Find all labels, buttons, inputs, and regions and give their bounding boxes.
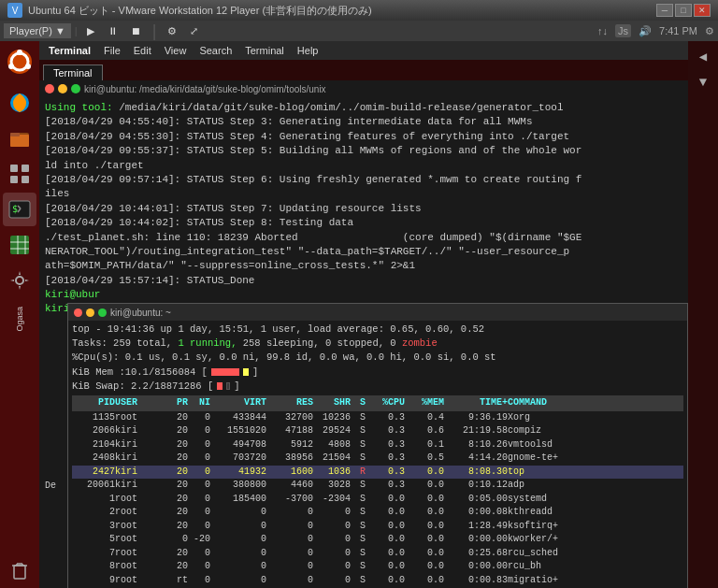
svg-point-3 xyxy=(25,64,31,69)
term-line: [2018/04/29 04:55:30]: STATUS Step 4: Ge… xyxy=(45,130,682,144)
term-line: ./test_planet.sh: line 110: 18239 Aborte… xyxy=(45,231,682,245)
top-header-line: top - 19:41:36 up 1 day, 15:51, 1 user, … xyxy=(72,323,683,337)
settings-icon[interactable]: ⚙ xyxy=(705,25,714,37)
ubuntu-logo[interactable] xyxy=(3,45,36,79)
fullscreen-btn[interactable]: ⤢ xyxy=(184,23,204,39)
term-line: iles xyxy=(45,187,682,201)
svg-rect-8 xyxy=(10,133,20,136)
sidebar: $ Ogasa xyxy=(0,41,39,588)
process-table-body: 1135root2004338443270010236S0.30.49:36.1… xyxy=(72,411,683,588)
process-row: 7root200000S0.00.00:25.68rcu_sched xyxy=(72,547,683,561)
process-row: 8root200000S0.00.00:00.00rcu_bh xyxy=(72,560,683,574)
main-layout: $ Ogasa xyxy=(0,41,718,588)
svg-point-4 xyxy=(8,64,14,69)
term-line: [2018/04/29 04:55:40]: STATUS Step 3: Ge… xyxy=(45,115,682,129)
vmware-icon: V xyxy=(7,3,22,18)
de-label: De xyxy=(45,480,56,491)
path-bar: kiri@ubuntu: /media/kiri/data/git/suke-b… xyxy=(39,80,688,97)
svg-text:$: $ xyxy=(12,204,18,214)
top-command-content: top - 19:41:36 up 1 day, 15:51, 1 user, … xyxy=(68,321,687,588)
process-row: 2427kiri2004193216001036R0.30.08:08.30to… xyxy=(72,466,683,480)
term-line: [2018/04/29 09:55:37]: STATUS Step 5: Bu… xyxy=(45,144,682,158)
window-title: Ubuntu 64 ビット - VMware Workstation 12 Pl… xyxy=(28,4,656,18)
svg-point-22 xyxy=(16,277,23,284)
terminal-menu-edit[interactable]: Edit xyxy=(128,43,157,58)
terminal-menu-file[interactable]: File xyxy=(98,43,126,58)
svg-rect-9 xyxy=(10,165,18,172)
process-row: 9rootrt0000S0.00.00:00.83migratio+ xyxy=(72,574,683,588)
process-row: 1root200185400-3700-2304S0.00.00:05.00sy… xyxy=(72,493,683,507)
window-controls: ─ □ ✕ xyxy=(656,4,711,17)
prompt-line1: kiri@ubur xyxy=(45,288,682,302)
top-terminal: kiri@ubuntu: ~ top - 19:41:36 up 1 day, … xyxy=(67,303,688,588)
process-row: 2066kiri20015510204718829524S0.30.621:19… xyxy=(72,424,683,438)
terminal-content: Using tool: /media/kiri/data/git/suke-bl… xyxy=(39,97,688,588)
ogasa-label: Ogasa xyxy=(15,307,24,332)
term-line: [2018/04/29 10:44:02]: STATUS Step 8: Te… xyxy=(45,216,682,230)
top-close-dot[interactable] xyxy=(74,308,82,317)
process-row: 2408kiri2007037203895621504S0.30.54:14.2… xyxy=(72,452,683,466)
tab-bar: Terminal xyxy=(39,60,688,80)
top-tasks-line: Tasks: 259 total, 1 running, 258 sleepin… xyxy=(72,337,683,351)
right-panel: ◀ ▼ xyxy=(688,41,718,588)
apps-icon[interactable] xyxy=(3,157,36,191)
top-cpu-line: %Cpu(s): 0.1 us, 0.1 sy, 0.0 ni, 99.8 id… xyxy=(72,351,683,365)
terminal-area: Terminal File Edit View Search Terminal … xyxy=(39,41,688,588)
svg-rect-23 xyxy=(14,566,25,579)
path-text: kiri@ubuntu: /media/kiri/data/git/suke-b… xyxy=(84,84,326,94)
firefox-icon[interactable] xyxy=(3,86,36,120)
minimize-dot[interactable] xyxy=(58,84,67,93)
top-maximize-dot[interactable] xyxy=(98,308,107,317)
term-line: ld into ./target xyxy=(45,159,682,173)
terminal-menu-terminal[interactable]: Terminal xyxy=(43,43,96,58)
snapshot-btn[interactable]: ⚙ xyxy=(162,23,182,39)
right-icon-2[interactable]: ▼ xyxy=(692,71,714,93)
spreadsheet-icon[interactable] xyxy=(3,228,36,262)
term-line: NERATOR_TOOL")/routing_integration_test"… xyxy=(45,245,682,259)
terminal-menu-help[interactable]: Help xyxy=(292,43,324,58)
maximize-button[interactable]: □ xyxy=(675,4,692,17)
upper-terminal: Using tool: /media/kiri/data/git/suke-bl… xyxy=(39,97,688,312)
process-row: 2104kiri20049470859124808S0.30.18:10.26v… xyxy=(72,438,683,452)
top-terminal-title-bar: kiri@ubuntu: ~ xyxy=(68,304,687,321)
pause-btn[interactable]: ⏸ xyxy=(102,23,123,38)
term-line: [2018/04/29 09:57:14]: STATUS Step 6: Us… xyxy=(45,173,682,187)
top-mem-line: KiB Mem :10.1/8156084 [ ] xyxy=(72,366,683,380)
top-minimize-dot[interactable] xyxy=(86,308,94,317)
term-line: [2018/04/29 10:44:01]: STATUS Step 7: Up… xyxy=(45,202,682,216)
right-icon-1[interactable]: ◀ xyxy=(692,45,714,67)
title-bar: V Ubuntu 64 ビット - VMware Workstation 12 … xyxy=(0,0,718,21)
volume-icon[interactable]: 🔊 xyxy=(639,25,652,37)
terminal-menu-bar: Terminal File Edit View Search Terminal … xyxy=(39,41,688,60)
terminal-menu-search[interactable]: Search xyxy=(194,43,237,58)
term-line: ath=$OMIM_PATH/data/" "--suppress=online… xyxy=(45,259,682,273)
vmware-menu-bar: Player(P) ▼ | ▶ ⏸ ⏹ | ⚙ ⤢ ↑↓ Js 🔊 7:41 P… xyxy=(0,21,718,41)
tab-terminal[interactable]: Terminal xyxy=(43,65,103,80)
svg-point-2 xyxy=(17,50,22,55)
maximize-dot[interactable] xyxy=(71,84,80,93)
play-btn[interactable]: ▶ xyxy=(81,23,100,39)
stop-btn[interactable]: ⏹ xyxy=(125,23,147,38)
svg-rect-10 xyxy=(22,165,29,172)
process-row: 2root200000S0.00.00:00.08kthreadd xyxy=(72,506,683,520)
sort-icon: ↑↓ xyxy=(597,25,608,36)
settings2-icon[interactable] xyxy=(3,264,36,297)
svg-rect-11 xyxy=(10,176,18,183)
svg-rect-12 xyxy=(22,176,29,183)
minimize-button[interactable]: ─ xyxy=(656,4,673,17)
time-display: 7:41 PM xyxy=(659,25,697,36)
process-row: 3root200000S0.00.01:28.49ksoftirq+ xyxy=(72,520,683,534)
terminal-icon[interactable]: $ xyxy=(3,193,36,226)
process-row: 5root0-20000S0.00.00:00.00kworker/+ xyxy=(72,533,683,547)
terminal-menu-terminal2[interactable]: Terminal xyxy=(239,43,290,58)
process-table-header: PID USER PR NI VIRT RES SHR S %CPU %MEM … xyxy=(72,395,683,411)
files-icon[interactable] xyxy=(3,122,36,155)
process-row: 1135root2004338443270010236S0.30.49:36.1… xyxy=(72,411,683,425)
close-button[interactable]: ✕ xyxy=(694,4,711,17)
terminal-menu-view[interactable]: View xyxy=(159,43,193,58)
close-dot[interactable] xyxy=(45,84,54,93)
trash-icon[interactable] xyxy=(3,552,36,586)
term-line: [2018/04/29 15:57:14]: STATUS_Done xyxy=(45,274,682,288)
top-terminal-title: kiri@ubuntu: ~ xyxy=(110,308,171,318)
player-menu[interactable]: Player(P) ▼ xyxy=(4,23,71,38)
